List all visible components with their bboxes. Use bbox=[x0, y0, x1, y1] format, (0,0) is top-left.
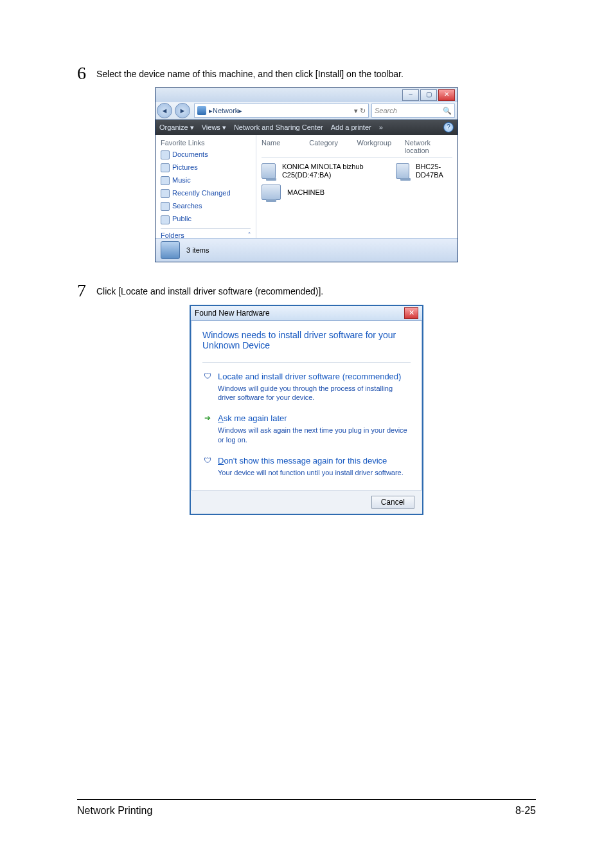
toolbar-add-printer[interactable]: Add a printer bbox=[331, 123, 371, 131]
step-7-number: 7 bbox=[77, 282, 96, 300]
option-title: Ask me again later bbox=[218, 413, 409, 424]
chevron-up-icon: ˆ bbox=[248, 231, 251, 239]
folder-icon bbox=[161, 163, 170, 172]
folder-icon bbox=[161, 202, 170, 211]
option-title: Locate and install driver software (reco… bbox=[218, 372, 409, 383]
computer-icon bbox=[396, 163, 409, 179]
item-label: MACHINEB bbox=[287, 188, 324, 197]
option-ask-later[interactable]: ➔ Ask me again later Windows will ask ag… bbox=[202, 408, 411, 450]
step-6-number: 6 bbox=[77, 64, 96, 82]
navlink-documents[interactable]: Documents bbox=[161, 150, 251, 159]
status-bar: 3 items bbox=[155, 238, 458, 262]
explorer-window: – ▢ ✕ ◄ ► ▸ Network ▸ ▾ ↻ Search 🔍 Organ… bbox=[155, 87, 458, 262]
shield-icon: 🛡 bbox=[202, 456, 213, 466]
navlink-music[interactable]: Music bbox=[161, 176, 251, 185]
navlink-pictures[interactable]: Pictures bbox=[161, 163, 251, 172]
step-7-text: Click [Locate and install driver softwar… bbox=[96, 282, 323, 298]
items-pane: Name Category Workgroup Network location… bbox=[256, 135, 458, 238]
option-locate-install[interactable]: 🛡 Locate and install driver software (re… bbox=[202, 366, 411, 408]
toolbar-organize[interactable]: Organize ▾ bbox=[159, 123, 194, 132]
page-footer: Network Printing 8-25 bbox=[77, 799, 536, 817]
option-title: Don't show this message again for this d… bbox=[218, 456, 409, 467]
address-bar: ◄ ► ▸ Network ▸ ▾ ↻ Search 🔍 bbox=[155, 102, 458, 120]
network-item[interactable]: MACHINEB bbox=[262, 185, 452, 200]
option-desc: Windows will ask again the next time you… bbox=[218, 426, 409, 444]
footer-section: Network Printing bbox=[77, 805, 152, 817]
column-header-row[interactable]: Name Category Workgroup Network location bbox=[262, 136, 452, 158]
option-dont-show[interactable]: 🛡 Don't show this message again for this… bbox=[202, 451, 411, 484]
search-icon: 🔍 bbox=[443, 107, 452, 115]
col-location[interactable]: Network location bbox=[405, 139, 452, 154]
col-category[interactable]: Category bbox=[309, 139, 357, 154]
dialog-titlebar: Found New Hardware ✕ bbox=[191, 306, 422, 321]
nav-pane: Favorite Links Documents Pictures Music … bbox=[155, 135, 256, 238]
search-field[interactable]: Search 🔍 bbox=[371, 104, 455, 118]
toolbar-nsc[interactable]: Network and Sharing Center bbox=[234, 123, 323, 131]
step-6-text: Select the device name of this machine, … bbox=[96, 64, 404, 81]
network-item[interactable]: KONICA MINOLTA bizhub C25(DD:47:BA) bbox=[262, 163, 377, 179]
explorer-toolbar: Organize ▾ Views ▾ Network and Sharing C… bbox=[155, 120, 458, 135]
address-text: Network bbox=[213, 107, 238, 114]
navlink-recently-changed[interactable]: Recently Changed bbox=[161, 189, 251, 198]
navlink-searches[interactable]: Searches bbox=[161, 202, 251, 211]
window-titlebar: – ▢ ✕ bbox=[155, 88, 458, 102]
minimize-button[interactable]: – bbox=[402, 89, 419, 101]
address-field[interactable]: ▸ Network ▸ ▾ ↻ bbox=[194, 104, 369, 118]
found-new-hardware-dialog: Found New Hardware ✕ Windows needs to in… bbox=[190, 305, 423, 515]
dialog-close-button[interactable]: ✕ bbox=[404, 307, 418, 319]
device-icon bbox=[262, 163, 276, 179]
dialog-heading: Windows needs to install driver software… bbox=[202, 330, 411, 350]
cancel-button[interactable]: Cancel bbox=[371, 496, 414, 509]
col-workgroup[interactable]: Workgroup bbox=[357, 139, 405, 154]
nav-forward-icon[interactable]: ► bbox=[175, 103, 190, 118]
search-placeholder: Search bbox=[375, 107, 397, 114]
close-button[interactable]: ✕ bbox=[438, 89, 455, 101]
folder-icon bbox=[161, 189, 170, 198]
navlink-public[interactable]: Public bbox=[161, 215, 251, 224]
toolbar-views[interactable]: Views ▾ bbox=[202, 123, 226, 132]
arrow-right-icon: ➔ bbox=[202, 413, 213, 424]
network-icon bbox=[197, 106, 206, 115]
favorite-links-heading: Favorite Links bbox=[161, 139, 251, 147]
help-icon[interactable]: ? bbox=[443, 122, 454, 132]
status-icon bbox=[161, 241, 180, 259]
computer-icon bbox=[262, 185, 281, 200]
item-label: BHC25-DD47BA bbox=[416, 163, 452, 179]
dialog-title: Found New Hardware bbox=[195, 309, 270, 318]
col-name[interactable]: Name bbox=[262, 139, 309, 154]
toolbar-more[interactable]: » bbox=[379, 123, 383, 131]
folder-icon bbox=[161, 215, 170, 224]
folder-icon bbox=[161, 176, 170, 185]
folder-icon bbox=[161, 150, 170, 159]
shield-icon: 🛡 bbox=[202, 372, 213, 382]
step-7: 7 Click [Locate and install driver softw… bbox=[77, 282, 536, 300]
maximize-button[interactable]: ▢ bbox=[420, 89, 437, 101]
item-label: KONICA MINOLTA bizhub C25(DD:47:BA) bbox=[282, 163, 377, 179]
status-text: 3 items bbox=[186, 246, 209, 254]
option-desc: Your device will not function until you … bbox=[218, 468, 409, 477]
option-desc: Windows will guide you through the proce… bbox=[218, 384, 409, 402]
network-item[interactable]: BHC25-DD47BA bbox=[396, 163, 452, 179]
step-6: 6 Select the device name of this machine… bbox=[77, 64, 536, 82]
footer-page-number: 8-25 bbox=[515, 805, 536, 817]
folders-toggle[interactable]: Foldersˆ bbox=[161, 228, 251, 239]
nav-back-icon[interactable]: ◄ bbox=[157, 103, 172, 118]
divider bbox=[202, 362, 411, 363]
